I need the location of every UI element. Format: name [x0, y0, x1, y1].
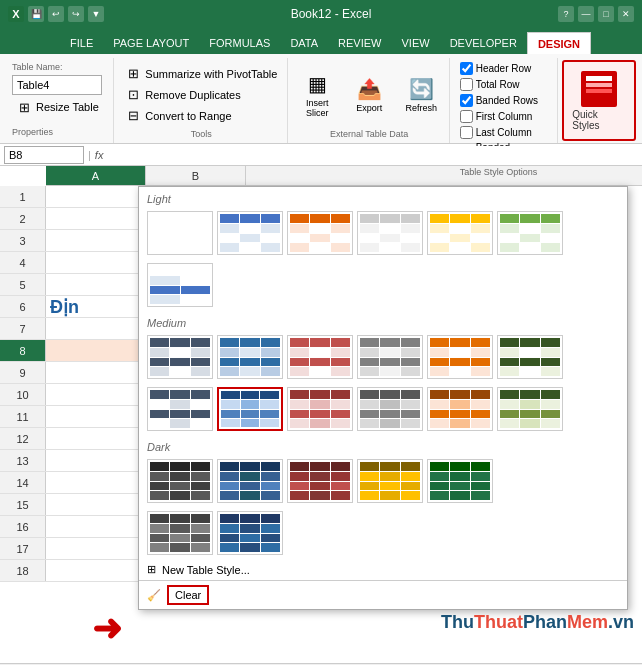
- export-btn[interactable]: 📤 Export: [347, 73, 391, 117]
- style-thumb-med-4[interactable]: [357, 335, 423, 379]
- light-section-label: Light: [139, 187, 627, 207]
- close-icon[interactable]: ✕: [618, 6, 634, 22]
- table-name-label: Table Name:: [12, 62, 105, 72]
- formula-bar: B8 | fx: [0, 144, 642, 166]
- last-col-check[interactable]: Last Column: [460, 126, 550, 139]
- title-bar: X 💾 ↩ ↪ ▼ Book12 - Excel ? — □ ✕: [0, 0, 642, 28]
- style-thumb-med-3[interactable]: [287, 335, 353, 379]
- remove-duplicates-btn[interactable]: ⊡ Remove Duplicates: [121, 85, 281, 105]
- svg-rect-0: [586, 76, 612, 81]
- quick-styles-btn[interactable]: Quick Styles: [562, 60, 636, 141]
- new-style-icon: ⊞: [147, 563, 156, 576]
- slicer-icon: ▦: [308, 72, 327, 96]
- range-icon: ⊟: [125, 108, 141, 124]
- style-thumb-med-1[interactable]: [147, 335, 213, 379]
- ribbon-tabs: FILE PAGE LAYOUT FORMULAS DATA REVIEW VI…: [0, 28, 642, 54]
- redo-icon[interactable]: ↪: [68, 6, 84, 22]
- external-data-label: External Table Data: [330, 129, 408, 141]
- style-thumb-light-4[interactable]: [427, 211, 493, 255]
- save-icon[interactable]: 💾: [28, 6, 44, 22]
- style-thumb-med-11[interactable]: [497, 387, 563, 431]
- new-table-style-label: New Table Style...: [162, 564, 250, 576]
- style-thumb-med-5[interactable]: [427, 335, 493, 379]
- table-style-options-label: Table Style Options: [460, 167, 550, 179]
- style-thumb-med-2[interactable]: [217, 335, 283, 379]
- style-thumb-dark-1[interactable]: [147, 459, 213, 503]
- style-thumb-med-8[interactable]: [287, 387, 353, 431]
- formula-divider: |: [88, 149, 91, 161]
- dark-styles-grid-2: [139, 507, 627, 559]
- style-thumb-dark-5[interactable]: [357, 459, 423, 503]
- resize-table-btn[interactable]: ⊞ Resize Table: [12, 97, 105, 117]
- minimize-icon[interactable]: —: [578, 6, 594, 22]
- tab-review[interactable]: REVIEW: [328, 32, 391, 54]
- tab-file[interactable]: FILE: [60, 32, 103, 54]
- style-thumb-light-6[interactable]: [147, 263, 213, 307]
- maximize-icon[interactable]: □: [598, 6, 614, 22]
- properties-group: Table Name: ⊞ Resize Table Properties: [4, 58, 114, 143]
- help-icon[interactable]: ?: [558, 6, 574, 22]
- banded-rows-check[interactable]: Banded Rows: [460, 94, 550, 107]
- svg-rect-1: [586, 83, 612, 87]
- tools-label: Tools: [191, 129, 212, 141]
- title-bar-left: X 💾 ↩ ↪ ▼: [8, 6, 104, 22]
- style-thumb-med-10[interactable]: [427, 387, 493, 431]
- first-col-check[interactable]: First Column: [460, 110, 550, 123]
- total-row-check[interactable]: Total Row: [460, 78, 550, 91]
- clear-icon: 🧹: [147, 589, 161, 602]
- style-thumb-dark-3[interactable]: [287, 459, 353, 503]
- style-thumb-dark-2[interactable]: [217, 459, 283, 503]
- customize-icon[interactable]: ▼: [88, 6, 104, 22]
- tab-view[interactable]: VIEW: [392, 32, 440, 54]
- tab-page-layout[interactable]: PAGE LAYOUT: [103, 32, 199, 54]
- formula-input[interactable]: [107, 146, 638, 164]
- dark-section-label: Dark: [139, 435, 627, 455]
- svg-rect-2: [586, 89, 612, 93]
- style-thumb-light-1[interactable]: [217, 211, 283, 255]
- quick-styles-icon: [581, 71, 617, 107]
- undo-icon[interactable]: ↩: [48, 6, 64, 22]
- dark-styles-grid: [139, 455, 627, 507]
- style-thumb-light-2[interactable]: [287, 211, 353, 255]
- new-table-style-item[interactable]: ⊞ New Table Style...: [139, 559, 627, 580]
- style-thumb-dark-7[interactable]: [147, 511, 213, 555]
- style-thumb-dark-8[interactable]: [217, 511, 283, 555]
- external-data-group: ▦ InsertSlicer 📤 Export 🔄 Refresh Extern…: [290, 58, 450, 143]
- tab-design[interactable]: DESIGN: [527, 32, 591, 54]
- style-thumb-med-9[interactable]: [357, 387, 423, 431]
- pivot-icon: ⊞: [125, 66, 141, 82]
- tools-group: ⊞ Summarize with PivotTable ⊡ Remove Dup…: [116, 58, 288, 143]
- resize-icon: ⊞: [16, 99, 32, 115]
- tab-developer[interactable]: DEVELOPER: [440, 32, 527, 54]
- style-thumb-med-7[interactable]: [147, 387, 213, 431]
- insert-slicer-btn[interactable]: ▦ InsertSlicer: [295, 68, 339, 122]
- refresh-icon: 🔄: [409, 77, 434, 101]
- medium-styles-grid: [139, 331, 627, 383]
- convert-to-range-btn[interactable]: ⊟ Convert to Range: [121, 106, 281, 126]
- style-thumb-light-5[interactable]: [497, 211, 563, 255]
- excel-icon: X: [8, 6, 24, 22]
- quick-styles-dropdown: Light: [138, 186, 628, 610]
- title-bar-right: ? — □ ✕: [558, 6, 634, 22]
- ribbon: Table Name: ⊞ Resize Table Properties ⊞ …: [0, 54, 642, 144]
- svg-rect-3: [586, 95, 612, 100]
- summarize-pivottable-btn[interactable]: ⊞ Summarize with PivotTable: [121, 64, 281, 84]
- table-name-input[interactable]: [12, 75, 102, 95]
- style-thumb-none[interactable]: [147, 211, 213, 255]
- spreadsheet-area: 1 2 3 4 5 6Địn 7 8Nguy 9Phan 10Phan 11Ph…: [0, 186, 642, 663]
- tab-formulas[interactable]: FORMULAS: [199, 32, 280, 54]
- style-thumb-dark-6[interactable]: [427, 459, 493, 503]
- watermark: ThuThuatPhanMem.vn: [441, 612, 634, 633]
- style-thumb-med-6[interactable]: [497, 335, 563, 379]
- cell-reference-box[interactable]: B8: [4, 146, 84, 164]
- tab-data[interactable]: DATA: [280, 32, 328, 54]
- style-thumb-light-3[interactable]: [357, 211, 423, 255]
- header-row-check[interactable]: Header Row: [460, 62, 550, 75]
- medium-section-label: Medium: [139, 311, 627, 331]
- quick-styles-label: Quick Styles: [572, 109, 626, 131]
- tools-items: ⊞ Summarize with PivotTable ⊡ Remove Dup…: [121, 60, 281, 129]
- refresh-btn[interactable]: 🔄 Refresh: [399, 73, 443, 117]
- style-thumb-med-selected[interactable]: [217, 387, 283, 431]
- clear-item[interactable]: 🧹 Clear: [139, 580, 627, 609]
- col-header-a: A: [46, 166, 146, 185]
